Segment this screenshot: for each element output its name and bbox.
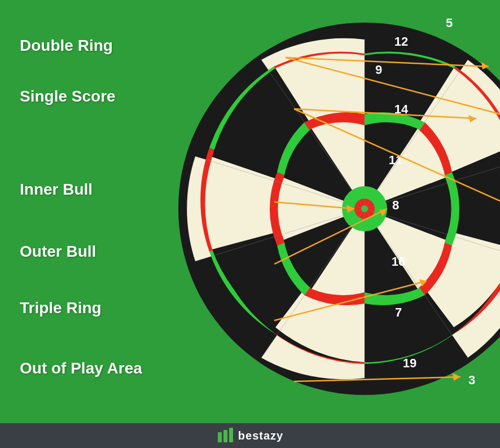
bestazy-logo-text: bestazy	[238, 429, 283, 442]
dartboard: 5 12 9 14 11 8 16 7 19 3	[144, 6, 500, 412]
svg-text:12: 12	[394, 34, 408, 49]
label-single-score: Single Score	[20, 87, 116, 106]
svg-text:5: 5	[446, 16, 453, 30]
svg-marker-41	[453, 373, 460, 381]
label-double-ring: Double Ring	[20, 37, 113, 55]
svg-rect-46	[229, 428, 233, 442]
footer-logo: bestazy	[217, 428, 283, 443]
bestazy-logo-icon	[217, 428, 234, 443]
svg-rect-45	[223, 430, 227, 442]
labels-container: Double Ring Single Score Inner Bull Oute…	[11, 0, 169, 423]
svg-text:16: 16	[392, 254, 405, 269]
label-inner-bull: Inner Bull	[20, 181, 93, 199]
svg-text:9: 9	[375, 63, 382, 77]
main-content: 5 12 9 14 11 8 16 7 19 3	[0, 0, 500, 423]
svg-text:19: 19	[403, 356, 416, 370]
svg-text:3: 3	[468, 373, 475, 387]
label-triple-ring: Triple Ring	[20, 299, 102, 317]
footer: bestazy	[0, 423, 500, 448]
svg-text:8: 8	[392, 198, 399, 212]
label-outer-bull: Outer Bull	[20, 243, 96, 261]
svg-rect-44	[218, 432, 222, 442]
svg-text:7: 7	[395, 305, 402, 319]
label-out-of-play: Out of Play Area	[20, 359, 142, 377]
